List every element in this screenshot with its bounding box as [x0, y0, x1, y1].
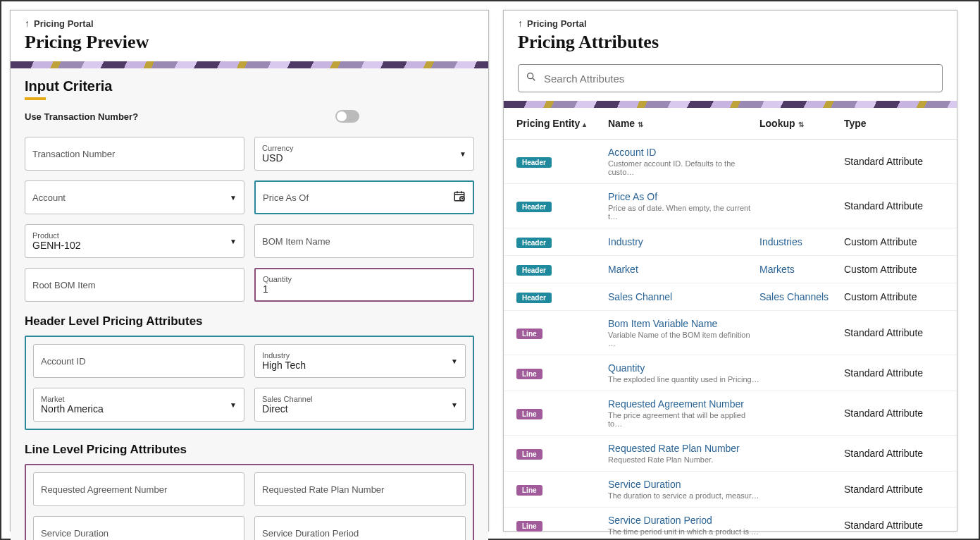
col-pricing-entity[interactable]: Pricing Entity▴ [516, 118, 608, 129]
entity-badge: Line [516, 409, 542, 419]
field-value: Direct [262, 403, 458, 415]
lookup-link[interactable]: Sales Channels [759, 291, 829, 302]
attr-name-link[interactable]: Market [608, 264, 759, 275]
attr-desc: The duration to service a product, measu… [608, 491, 759, 500]
entity-badge: Header [516, 265, 552, 276]
market-field[interactable]: Market North America [33, 388, 244, 422]
attr-name-link[interactable]: Price As Of [608, 191, 759, 202]
table-row[interactable]: LineRequested Agreement NumberThe price … [504, 391, 957, 436]
account-id-field[interactable]: Account ID [33, 344, 244, 378]
attr-name-link[interactable]: Industry [608, 236, 759, 247]
quantity-field[interactable]: Quantity 1 [254, 268, 474, 302]
table-row[interactable]: LineBom Item Variable NameVariable Name … [504, 311, 957, 355]
attr-name-link[interactable]: Bom Item Variable Name [608, 318, 759, 329]
attr-name-link[interactable]: Service Duration Period [608, 515, 759, 526]
attr-name-link[interactable]: Account ID [608, 147, 759, 158]
product-field[interactable]: Product GENH-102 [25, 224, 244, 258]
sales-channel-field[interactable]: Sales Channel Direct [254, 388, 466, 422]
sort-icon: ⇅ [798, 121, 804, 128]
account-field[interactable]: Account [25, 180, 244, 214]
panel-header: ↑ Pricing Portal Pricing Attributes [504, 11, 957, 61]
header-attrs-title: Header Level Pricing Attributes [25, 314, 474, 329]
attr-type: Standard Attribute [844, 327, 923, 338]
field-label: Requested Rate Plan Number [262, 484, 458, 495]
lookup-link[interactable]: Industries [759, 236, 802, 247]
field-label: Transaction Number [32, 149, 237, 159]
transaction-number-field[interactable]: Transaction Number [25, 137, 244, 171]
table-row[interactable]: LineService DurationThe duration to serv… [504, 472, 957, 508]
field-label: Market [41, 395, 237, 403]
field-label: Root BOM Item [32, 280, 237, 290]
search-input[interactable] [542, 72, 935, 85]
col-lookup[interactable]: Lookup⇅ [759, 118, 844, 129]
field-label: Requested Agreement Number [41, 484, 237, 495]
attr-name-link[interactable]: Sales Channel [608, 291, 759, 302]
breadcrumb-label: Pricing Portal [34, 18, 94, 29]
field-label: Account [32, 192, 237, 203]
table-row[interactable]: HeaderPrice As OfPrice as of date. When … [504, 184, 957, 228]
service-duration-period-field[interactable]: Service Duration Period [254, 516, 466, 540]
sort-asc-icon: ▴ [583, 121, 586, 128]
price-as-of-field[interactable]: Price As Of [254, 180, 474, 214]
pricing-attributes-panel: ↑ Pricing Portal Pricing Attributes Pric… [503, 10, 957, 532]
field-label: Industry [262, 351, 458, 360]
root-bom-item-field[interactable]: Root BOM Item [25, 268, 244, 302]
breadcrumb[interactable]: ↑ Pricing Portal [25, 18, 474, 29]
entity-badge: Header [516, 157, 552, 168]
entity-badge: Header [516, 293, 552, 303]
field-label: Service Duration [41, 528, 237, 539]
attr-name-link[interactable]: Quantity [608, 362, 759, 374]
attr-type: Standard Attribute [844, 520, 923, 531]
table-row[interactable]: HeaderMarketMarketsCustom Attribute [504, 256, 957, 283]
calendar-icon[interactable] [453, 190, 466, 205]
breadcrumb[interactable]: ↑ Pricing Portal [518, 18, 943, 29]
req-agreement-field[interactable]: Requested Agreement Number [33, 472, 244, 506]
bom-item-name-field[interactable]: BOM Item Name [254, 224, 474, 258]
search-box[interactable] [518, 64, 943, 92]
col-name[interactable]: Name⇅ [608, 118, 759, 129]
req-rate-plan-field[interactable]: Requested Rate Plan Number [254, 472, 466, 506]
attr-desc: Price as of date. When empty, the curren… [608, 204, 759, 221]
field-label: Price As Of [263, 192, 466, 203]
attr-desc: The exploded line quantity used in Prici… [608, 375, 759, 383]
entity-badge: Line [516, 329, 542, 339]
field-value: 1 [263, 283, 466, 295]
table-row[interactable]: LineService Duration PeriodThe time peri… [504, 508, 957, 540]
attr-type: Standard Attribute [844, 407, 923, 419]
decorative-ribbon [11, 61, 488, 68]
service-duration-field[interactable]: Service Duration [33, 516, 244, 540]
table-row[interactable]: HeaderSales ChannelSales ChannelsCustom … [504, 283, 957, 311]
use-transaction-row: Use Transaction Number? [25, 110, 474, 123]
field-label: Account ID [41, 356, 237, 367]
table-row[interactable]: HeaderIndustryIndustriesCustom Attribute [504, 228, 957, 256]
line-attrs-title: Line Level Pricing Attributes [25, 443, 474, 457]
page-title: Pricing Preview [25, 32, 474, 53]
arrow-up-icon: ↑ [518, 18, 523, 29]
field-label: Product [32, 231, 237, 240]
field-value: North America [41, 403, 237, 415]
table-row[interactable]: LineRequested Rate Plan NumberRequested … [504, 436, 957, 472]
attr-name-link[interactable]: Requested Rate Plan Number [608, 443, 759, 454]
pricing-preview-panel: ↑ Pricing Portal Pricing Preview Input C… [10, 10, 489, 532]
attr-type: Custom Attribute [844, 291, 917, 302]
use-transaction-toggle[interactable] [335, 110, 359, 123]
search-container [518, 64, 943, 92]
section-input-criteria-title: Input Criteria [25, 78, 474, 94]
table-row[interactable]: HeaderAccount IDCustomer account ID. Def… [504, 140, 957, 184]
accent-bar [25, 97, 46, 100]
attr-name-link[interactable]: Service Duration [608, 479, 759, 490]
attr-desc: Customer account ID. Defaults to the cus… [608, 159, 759, 176]
attr-name-link[interactable]: Requested Agreement Number [608, 398, 759, 410]
page-title: Pricing Attributes [518, 32, 943, 53]
currency-field[interactable]: Currency USD [254, 137, 474, 171]
panel-body: Input Criteria Use Transaction Number? T… [11, 68, 488, 540]
attr-type: Custom Attribute [844, 236, 917, 247]
breadcrumb-label: Pricing Portal [527, 18, 587, 29]
header-attrs-group: Account ID Industry High Tech Market Nor… [25, 336, 474, 430]
entity-badge: Line [516, 485, 542, 496]
lookup-link[interactable]: Markets [759, 264, 795, 275]
col-type[interactable]: Type [844, 118, 944, 129]
use-transaction-label: Use Transaction Number? [25, 111, 138, 122]
industry-field[interactable]: Industry High Tech [254, 344, 466, 378]
table-row[interactable]: LineQuantityThe exploded line quantity u… [504, 355, 957, 391]
